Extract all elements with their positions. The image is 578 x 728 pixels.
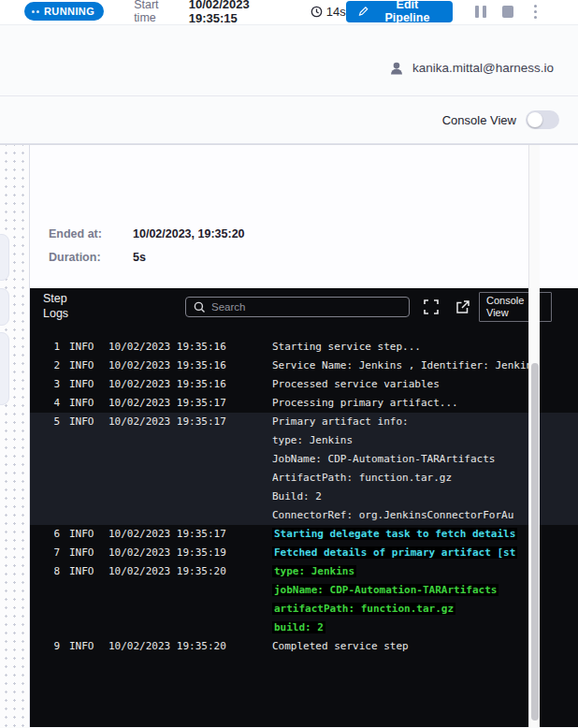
start-time-value: 10/02/2023 19:35:15 (189, 0, 296, 25)
log-entry: 8INFO10/02/2023 19:35:20type: Jenkinsjob… (30, 562, 578, 637)
log-line: 2INFO10/02/2023 19:35:16Service Name: Je… (30, 357, 578, 375)
log-line: 3INFO10/02/2023 19:35:16Processed servic… (30, 375, 578, 394)
log-header: Step Logs Console View (30, 288, 578, 326)
pencil-icon (358, 6, 368, 17)
log-entry: 5INFO10/02/2023 19:35:17Primary artifact… (30, 413, 578, 525)
log-entry: 6INFO10/02/2023 19:35:17Starting delegat… (30, 525, 578, 544)
log-line: 1INFO10/02/2023 19:35:16Starting service… (30, 338, 578, 357)
status-badge: RUNNING (24, 2, 104, 21)
duration-value: 5s (133, 251, 146, 264)
pause-button[interactable] (475, 6, 486, 18)
scrollbar-thumb[interactable] (531, 363, 539, 721)
log-entry: 4INFO10/02/2023 19:35:17Processing prima… (30, 394, 578, 413)
start-time-label: Start time (134, 0, 181, 24)
main-area: Ended at: 10/02/2023, 19:35:20 Duration:… (0, 144, 578, 727)
duration-label: Duration: (49, 251, 101, 264)
pipeline-execution-screen: RUNNING Start time 10/02/2023 19:35:15 1… (0, 0, 578, 728)
log-entry: 9INFO10/02/2023 19:35:20Completed servic… (30, 637, 578, 656)
log-line: 9INFO10/02/2023 19:35:20Completed servic… (30, 637, 578, 656)
pipeline-node[interactable] (0, 332, 9, 405)
log-entry: 7INFO10/02/2023 19:35:19Fetched details … (30, 544, 578, 562)
clock-icon (311, 6, 323, 18)
log-search[interactable] (185, 297, 410, 317)
search-icon (194, 301, 206, 313)
view-options-bar: Console View (0, 96, 578, 144)
console-view-label: Console View (442, 113, 516, 127)
open-in-new-icon (455, 299, 470, 315)
user-email[interactable]: kanika.mittal@harness.io (412, 61, 554, 75)
user-avatar-icon (388, 60, 405, 77)
console-view-button[interactable]: Console View (479, 292, 552, 322)
pipeline-node[interactable] (0, 288, 9, 326)
ended-at-label: Ended at: (49, 227, 102, 240)
log-line: 7INFO10/02/2023 19:35:19Fetched details … (30, 544, 578, 562)
log-line: ConnectorRef: org.JenkinsConnectorForAu (30, 506, 578, 525)
pipeline-topbar: RUNNING Start time 10/02/2023 19:35:15 1… (0, 0, 578, 25)
elapsed-time-value: 14s (326, 5, 346, 19)
log-title: Step Logs (43, 292, 82, 321)
step-logs-panel: Step Logs Console View 1INFO10/02/2023 1… (30, 288, 578, 727)
log-line: build: 2 (30, 619, 578, 637)
log-body[interactable]: 1INFO10/02/2023 19:35:16Starting service… (30, 326, 578, 656)
more-options-button[interactable] (532, 3, 539, 21)
search-input[interactable] (211, 301, 401, 313)
log-line: 4INFO10/02/2023 19:35:17Processing prima… (30, 394, 578, 413)
pipeline-canvas[interactable] (0, 145, 29, 727)
running-spinner-icon (32, 10, 39, 13)
toggle-knob (527, 112, 542, 127)
status-badge-label: RUNNING (44, 6, 94, 17)
log-line: 5INFO10/02/2023 19:35:17Primary artifact… (30, 413, 578, 431)
ended-at-value: 10/02/2023, 19:35:20 (133, 227, 245, 240)
step-details-panel: Ended at: 10/02/2023, 19:35:20 Duration:… (29, 145, 578, 727)
log-line: ArtifactPath: function.tar.gz (30, 469, 578, 488)
log-entry: 2INFO10/02/2023 19:35:16Service Name: Je… (30, 357, 578, 375)
log-entry: 3INFO10/02/2023 19:35:16Processed servic… (30, 375, 578, 394)
edit-pipeline-button[interactable]: Edit Pipeline (346, 1, 453, 22)
log-line: 8INFO10/02/2023 19:35:20type: Jenkins (30, 562, 578, 581)
elapsed-time: 14s (311, 5, 346, 19)
log-entry: 1INFO10/02/2023 19:35:16Starting service… (30, 338, 578, 357)
vertical-scrollbar[interactable] (528, 145, 540, 727)
log-line: 6INFO10/02/2023 19:35:17Starting delegat… (30, 525, 578, 544)
log-line: JobName: CDP-Automation-TARArtifacts (30, 450, 578, 469)
log-line: Build: 2 (30, 488, 578, 506)
open-in-new-button[interactable] (453, 298, 471, 316)
fullscreen-icon (423, 298, 440, 315)
log-line: jobName: CDP-Automation-TARArtifacts (30, 581, 578, 600)
log-line: type: Jenkins (30, 431, 578, 450)
user-bar: kanika.mittal@harness.io (0, 25, 578, 96)
console-view-toggle[interactable] (526, 110, 559, 129)
log-line: artifactPath: function.tar.gz (30, 600, 578, 619)
fullscreen-button[interactable] (422, 298, 441, 316)
pipeline-node[interactable] (0, 234, 9, 281)
edit-pipeline-label: Edit Pipeline (374, 0, 441, 24)
stop-button[interactable] (502, 6, 513, 18)
